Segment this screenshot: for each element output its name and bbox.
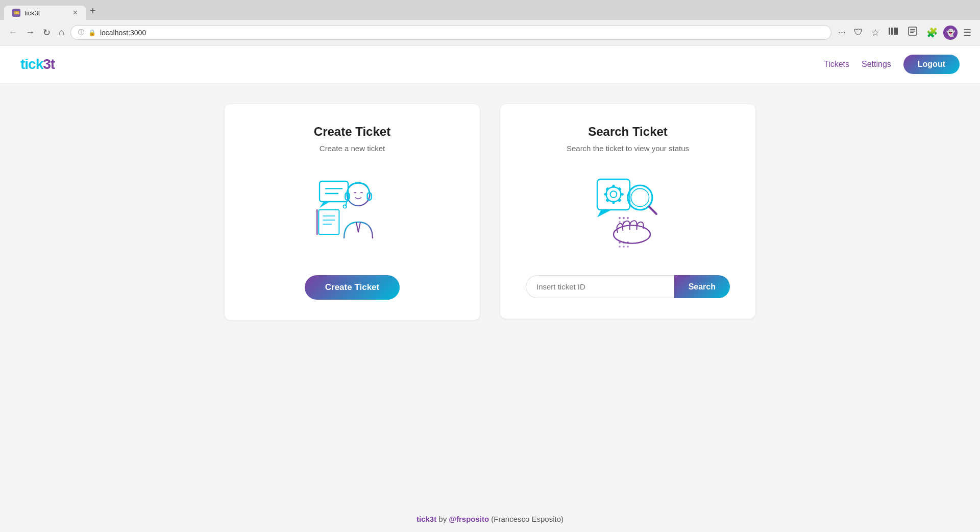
- info-icon: ⓘ: [78, 28, 84, 37]
- browser-chrome: 🎫 tick3t × + ← → ↻ ⌂ ⓘ 🔒 localhost:3000 …: [0, 0, 980, 45]
- tab-title: tick3t: [24, 9, 40, 17]
- svg-point-45: [623, 241, 625, 244]
- profile-avatar[interactable]: 👻: [943, 26, 958, 40]
- svg-rect-28: [612, 201, 615, 204]
- lock-icon: 🔒: [88, 29, 96, 36]
- svg-point-46: [627, 241, 629, 244]
- svg-point-44: [619, 241, 621, 244]
- search-ticket-form: Search: [526, 275, 730, 298]
- app-container: tick3t Tickets Settings Logout Create Ti…: [0, 45, 980, 532]
- create-ticket-illustration: [306, 168, 398, 260]
- svg-point-47: [619, 246, 621, 248]
- extensions-icon[interactable]: 🧩: [924, 26, 940, 40]
- svg-rect-23: [597, 179, 630, 210]
- new-tab-button[interactable]: +: [86, 3, 100, 19]
- reload-button[interactable]: ↻: [41, 25, 53, 40]
- svg-point-42: [619, 221, 621, 223]
- star-icon[interactable]: ☆: [869, 26, 882, 40]
- tab-close-button[interactable]: ×: [73, 9, 78, 17]
- svg-rect-27: [612, 184, 615, 187]
- svg-rect-29: [604, 193, 607, 196]
- toolbar-right: ··· 🛡 ☆ 🧩 👻 ☰: [836, 24, 974, 41]
- search-ticket-button[interactable]: Search: [674, 275, 730, 298]
- library-icon[interactable]: [885, 24, 901, 41]
- footer-handle: @frsposito: [449, 515, 489, 523]
- search-ticket-card: Search Ticket Search the ticket to view …: [500, 104, 755, 319]
- logout-button[interactable]: Logout: [903, 55, 960, 74]
- svg-point-39: [619, 217, 621, 219]
- logo-number: 3t: [43, 56, 55, 72]
- home-button[interactable]: ⌂: [57, 25, 66, 40]
- tickets-nav-link[interactable]: Tickets: [824, 60, 849, 69]
- svg-point-26: [610, 191, 617, 198]
- back-button[interactable]: ←: [6, 25, 19, 40]
- svg-point-40: [623, 217, 625, 219]
- svg-point-49: [627, 246, 629, 248]
- svg-point-48: [623, 246, 625, 248]
- svg-rect-31: [605, 187, 609, 191]
- reader-icon[interactable]: [904, 24, 921, 41]
- svg-point-41: [627, 217, 629, 219]
- menu-icon[interactable]: ☰: [961, 26, 974, 40]
- ticket-id-input[interactable]: [526, 275, 674, 298]
- create-ticket-button[interactable]: Create Ticket: [305, 275, 400, 300]
- forward-button[interactable]: →: [23, 25, 37, 40]
- svg-rect-11: [318, 210, 339, 234]
- svg-marker-10: [320, 202, 330, 208]
- footer-brand: tick3t: [416, 515, 436, 523]
- svg-rect-7: [320, 181, 348, 202]
- svg-point-20: [343, 205, 346, 208]
- shield-icon[interactable]: 🛡: [851, 26, 866, 39]
- svg-rect-6: [910, 32, 914, 33]
- svg-rect-34: [618, 187, 622, 191]
- footer-by: by: [436, 515, 449, 523]
- logo-text: tick: [20, 56, 43, 72]
- svg-rect-33: [605, 199, 609, 203]
- create-ticket-title: Create Ticket: [314, 125, 390, 139]
- svg-point-43: [623, 221, 625, 223]
- url-text: localhost:3000: [100, 29, 146, 37]
- svg-line-37: [649, 207, 656, 214]
- tab-favicon: 🎫: [12, 9, 20, 17]
- svg-rect-1: [891, 28, 893, 35]
- search-ticket-subtitle: Search the ticket to view your status: [567, 144, 689, 153]
- app-logo: tick3t: [20, 56, 55, 72]
- svg-rect-4: [910, 29, 915, 30]
- svg-rect-2: [894, 28, 898, 35]
- search-ticket-title: Search Ticket: [588, 125, 668, 139]
- create-ticket-subtitle: Create a new ticket: [320, 144, 385, 153]
- more-options-icon[interactable]: ···: [836, 26, 848, 39]
- svg-point-38: [614, 225, 650, 243]
- svg-rect-32: [618, 199, 622, 203]
- svg-marker-24: [597, 210, 611, 217]
- main-nav: Tickets Settings Logout: [824, 55, 960, 74]
- app-footer: tick3t by @frsposito (Francesco Esposito…: [0, 499, 980, 532]
- main-content: Create Ticket Create a new ticket: [0, 84, 980, 499]
- svg-rect-5: [910, 31, 915, 32]
- svg-rect-0: [889, 28, 890, 35]
- search-ticket-illustration: [582, 168, 674, 260]
- create-ticket-card: Create Ticket Create a new ticket: [225, 104, 480, 320]
- settings-nav-link[interactable]: Settings: [862, 60, 891, 69]
- svg-rect-30: [621, 193, 624, 196]
- active-tab[interactable]: 🎫 tick3t ×: [4, 6, 86, 20]
- footer-author: (Francesco Esposito): [489, 515, 564, 523]
- app-header: tick3t Tickets Settings Logout: [0, 45, 980, 84]
- svg-point-36: [631, 188, 649, 206]
- browser-toolbar: ← → ↻ ⌂ ⓘ 🔒 localhost:3000 ··· 🛡 ☆ 🧩 👻 ☰: [0, 20, 980, 45]
- address-bar[interactable]: ⓘ 🔒 localhost:3000: [70, 25, 831, 40]
- browser-tabs: 🎫 tick3t × +: [0, 0, 980, 20]
